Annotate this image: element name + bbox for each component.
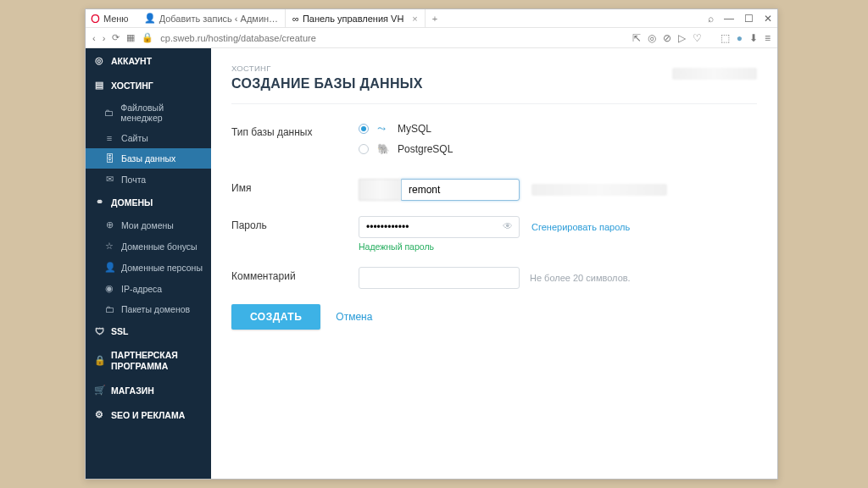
- new-tab-button[interactable]: +: [426, 14, 444, 24]
- radio-icon[interactable]: [359, 144, 369, 154]
- sidebar-item-label: Пакеты доменов: [121, 304, 190, 314]
- label-comment: Комментарий: [231, 267, 359, 282]
- sidebar-label: АККАУНТ: [111, 56, 152, 66]
- address-bar: ‹ › ⟳ ▦ 🔒 cp.sweb.ru/hosting/database/cr…: [86, 28, 777, 48]
- toolbar-icons: ⇱ ◎ ⊘ ▷ ♡ ⬚ ● ⬇ ≡: [632, 32, 771, 44]
- sidebar-item-databases[interactable]: 🗄 Базы данных: [86, 148, 211, 169]
- tab-label: Добавить запись ‹ Админ…: [159, 14, 278, 24]
- sidebar-item-label: Почта: [121, 175, 146, 185]
- sidebar-section-seo[interactable]: ⚙ SEO И РЕКЛАМА: [86, 402, 211, 427]
- opera-icon[interactable]: O: [91, 12, 100, 25]
- database-icon: 🗄: [104, 153, 114, 164]
- submit-button[interactable]: СОЗДАТЬ: [231, 304, 320, 330]
- sidebar-item-sites[interactable]: ≡ Сайты: [86, 128, 211, 148]
- sidebar-item-label: Мои домены: [121, 220, 174, 230]
- briefcase-icon: 🗀: [104, 304, 114, 314]
- row-name: Имя: [231, 179, 757, 201]
- download-icon[interactable]: ⬇: [749, 32, 758, 44]
- cancel-button[interactable]: Отмена: [336, 311, 372, 323]
- cart-icon: 🛒: [94, 385, 104, 396]
- main-content: ХОСТИНГ СОЗДАНИЕ БАЗЫ ДАННЫХ Тип базы да…: [211, 48, 777, 479]
- cube-icon[interactable]: ⬚: [721, 32, 730, 44]
- sidebar-section-hosting[interactable]: ▤ ХОСТИНГ: [86, 73, 211, 97]
- sidebar-item-label: Базы данных: [121, 153, 175, 164]
- sidebar-item-packages[interactable]: 🗀 Пакеты доменов: [86, 299, 211, 319]
- person-icon: 👤: [104, 262, 114, 273]
- domains-icon: ⚭: [94, 197, 104, 208]
- label-dbtype: Тип базы данных: [231, 123, 359, 138]
- play-icon[interactable]: ▷: [678, 32, 686, 44]
- share-icon[interactable]: ⇱: [632, 32, 641, 44]
- menu-icon[interactable]: ≡: [765, 32, 771, 44]
- form-actions: СОЗДАТЬ Отмена: [231, 304, 757, 330]
- close-icon[interactable]: ×: [412, 14, 417, 24]
- radio-postgresql[interactable]: 🐘 PostgreSQL: [359, 143, 757, 155]
- radio-mysql[interactable]: ⤳ MySQL: [359, 123, 757, 135]
- back-icon[interactable]: ‹: [92, 33, 96, 43]
- sidebar-item-mail[interactable]: ✉ Почта: [86, 169, 211, 190]
- block-icon[interactable]: ⊘: [663, 32, 671, 44]
- password-strength: Надежный пароль: [359, 241, 757, 252]
- sidebar-label: SEO И РЕКЛАМА: [111, 410, 185, 420]
- postgresql-icon: 🐘: [377, 143, 389, 155]
- sidebar-item-label: Доменные персоны: [121, 263, 203, 273]
- sidebar-item-ip[interactable]: ◉ IP-адреса: [86, 278, 211, 299]
- sidebar-item-bonuses[interactable]: ☆ Доменные бонусы: [86, 236, 211, 257]
- row-dbtype: Тип базы данных ⤳ MySQL 🐘 PostgreSQL: [231, 123, 757, 164]
- pin-icon: ◉: [104, 283, 114, 294]
- sidebar-section-shop[interactable]: 🛒 МАГАЗИН: [86, 378, 211, 402]
- close-window-icon[interactable]: ✕: [764, 13, 772, 25]
- sidebar: ◎ АККАУНТ ▤ ХОСТИНГ 🗀 Файловый менеджер …: [86, 48, 211, 479]
- heart-icon[interactable]: ♡: [693, 32, 702, 44]
- tab-label: Панель управления VH: [303, 14, 403, 24]
- sidebar-label: ХОСТИНГ: [111, 80, 153, 91]
- grid-icon[interactable]: ▦: [126, 32, 135, 43]
- radio-icon[interactable]: [359, 124, 369, 134]
- forward-icon[interactable]: ›: [103, 33, 106, 43]
- url-text[interactable]: cp.sweb.ru/hosting/database/creature: [160, 33, 315, 43]
- sidebar-item-mydomains[interactable]: ⊕ Мои домены: [86, 214, 211, 236]
- mail-icon: ✉: [104, 174, 114, 185]
- sidebar-item-label: Сайты: [121, 133, 148, 143]
- reload-icon[interactable]: ⟳: [112, 32, 120, 43]
- sidebar-section-partner[interactable]: 🔒 ПАРТНЕРСКАЯ ПРОГРАММА: [86, 343, 211, 378]
- name-input[interactable]: [401, 179, 520, 201]
- minimize-icon[interactable]: —: [724, 13, 734, 25]
- search-icon[interactable]: ⌕: [708, 13, 714, 25]
- hosting-icon: ▤: [94, 80, 104, 91]
- lock-icon: 🔒: [94, 355, 104, 366]
- row-password: Пароль 👁 Сгенерировать пароль Надежный п…: [231, 216, 757, 252]
- sidebar-item-filemanager[interactable]: 🗀 Файловый менеджер: [86, 97, 211, 128]
- row-comment: Комментарий Не более 20 символов.: [231, 267, 757, 289]
- globe-icon: ⊕: [104, 219, 114, 230]
- account-icon: ◎: [94, 55, 104, 66]
- sidebar-label: ДОМЕНЫ: [111, 197, 153, 208]
- sidebar-item-label: Файловый менеджер: [120, 103, 203, 123]
- person-icon: 👤: [144, 13, 156, 24]
- sidebar-section-account[interactable]: ◎ АККАУНТ: [86, 48, 211, 73]
- eye-icon[interactable]: 👁: [503, 220, 513, 232]
- browser-tab[interactable]: ∞ Панель управления VH ×: [286, 9, 426, 27]
- comment-input[interactable]: [359, 267, 520, 289]
- window-controls: ⌕ — ☐ ✕: [708, 13, 772, 25]
- star-icon: ☆: [104, 241, 114, 252]
- radio-label: MySQL: [398, 123, 431, 135]
- user-icon[interactable]: ●: [737, 32, 743, 44]
- browser-window: O Меню 👤 Добавить запись ‹ Админ… ∞ Пане…: [85, 8, 778, 480]
- generate-password-link[interactable]: Сгенерировать пароль: [531, 222, 630, 232]
- browser-tab[interactable]: 👤 Добавить запись ‹ Админ…: [137, 9, 286, 27]
- password-input[interactable]: [359, 216, 520, 238]
- sidebar-item-persons[interactable]: 👤 Доменные персоны: [86, 257, 211, 278]
- sites-icon: ≡: [104, 133, 114, 143]
- sidebar-section-domains[interactable]: ⚭ ДОМЕНЫ: [86, 190, 211, 214]
- name-prefix: [359, 179, 401, 201]
- mysql-icon: ⤳: [377, 123, 389, 135]
- sidebar-section-ssl[interactable]: 🛡 SSL: [86, 319, 211, 343]
- radio-label: PostgreSQL: [398, 143, 453, 155]
- gear-icon: ⚙: [94, 409, 104, 420]
- sidebar-label: ПАРТНЕРСКАЯ ПРОГРАММА: [111, 350, 203, 371]
- comment-hint: Не более 20 символов.: [530, 273, 631, 283]
- menu-button[interactable]: Меню: [103, 14, 129, 24]
- camera-icon[interactable]: ◎: [648, 32, 656, 44]
- maximize-icon[interactable]: ☐: [744, 13, 754, 25]
